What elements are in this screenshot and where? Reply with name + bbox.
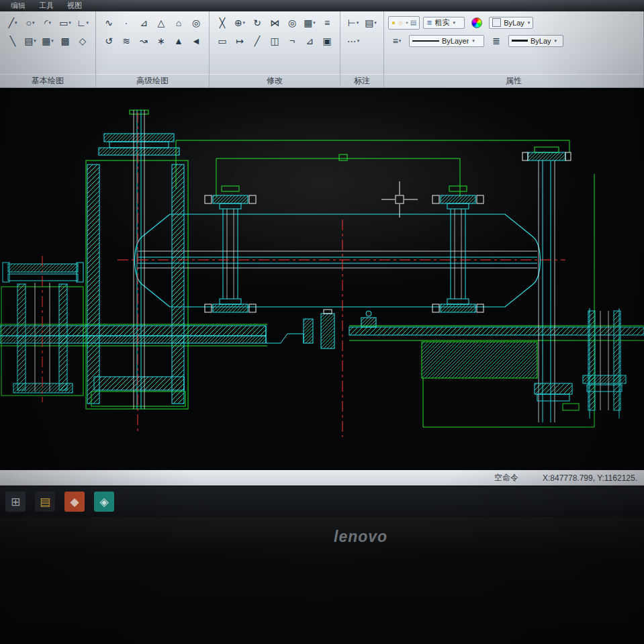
ribbon-panel-rows: ╱▾○▾◜▾▭▾∟▾╲▤▾▦▾▩◇ xyxy=(0,11,95,74)
lineweight-button[interactable]: ≣ xyxy=(489,34,504,48)
properties-rows: ● ☼ ▪ ▤ ≣ 粗实 ▾ ByLay xyxy=(384,11,643,74)
ribbon-tool-button[interactable]: ▤▾ xyxy=(363,15,378,30)
tool-glyph-icon: ⊿ xyxy=(140,18,148,28)
ribbon-panel-properties: ● ☼ ▪ ▤ ≣ 粗实 ▾ ByLay xyxy=(384,11,644,87)
ribbon-tool-button[interactable]: ╳ xyxy=(215,15,230,30)
chevron-down-icon: ▾ xyxy=(357,38,360,44)
ribbon-tool-button[interactable]: ⊢▾ xyxy=(346,15,361,30)
ribbon-tool-row: ↺≋↝∗▲◄ xyxy=(100,32,205,50)
tool-glyph-icon: ▤ xyxy=(24,36,33,46)
ribbon-tool-button[interactable]: △ xyxy=(154,15,169,30)
layer-print-icon[interactable]: ▤ xyxy=(410,19,416,26)
layer-lock-icon[interactable]: ▪ xyxy=(406,19,408,26)
chevron-down-icon: ▾ xyxy=(32,20,35,26)
chevron-down-icon: ▾ xyxy=(34,38,36,44)
menu-item-0[interactable]: 编辑 xyxy=(4,0,32,11)
ribbon-tool-button[interactable]: ◜▾ xyxy=(40,15,55,30)
ribbon-tool-button[interactable]: ≋ xyxy=(119,34,134,48)
menu-item-1[interactable]: 工具 xyxy=(32,0,60,11)
chat-app-icon[interactable]: ◈ xyxy=(94,492,114,512)
ribbon-tool-row: ╳⊕▾↻⋈◎▦▾≡ xyxy=(214,13,336,32)
taskbar-icons: ⊞▤◆◈ xyxy=(5,492,114,512)
tool-glyph-icon: ∙ xyxy=(125,18,128,28)
ribbon-tool-button[interactable]: ⊕▾ xyxy=(232,15,247,30)
ribbon-tool-button[interactable]: ⊿ xyxy=(136,15,151,30)
chevron-down-icon: ▾ xyxy=(313,20,316,26)
ribbon-tool-button[interactable]: ╱ xyxy=(250,34,265,48)
command-prompt-text: 空命令 xyxy=(494,472,518,484)
ribbon-tool-button[interactable]: ▭ xyxy=(215,34,230,48)
ribbon-tool-button[interactable]: ◇ xyxy=(75,34,90,48)
tool-glyph-icon: ↺ xyxy=(105,36,113,46)
ribbon-tool-button[interactable]: ≡ xyxy=(320,15,334,30)
ribbon-tool-button[interactable]: ◎ xyxy=(189,15,203,30)
ribbon-tool-button[interactable]: ⋈ xyxy=(267,15,282,30)
chevron-down-icon: ▾ xyxy=(555,38,557,44)
tool-glyph-icon: ▭ xyxy=(59,18,68,28)
ribbon-tool-button[interactable]: ⊿ xyxy=(302,34,317,48)
ribbon-tool-button[interactable]: ○▾ xyxy=(23,15,38,30)
tool-glyph-icon: ≋ xyxy=(122,36,130,46)
tool-glyph-icon: ▭ xyxy=(218,36,226,46)
tool-glyph-icon: ⌂ xyxy=(176,18,181,28)
tool-glyph-icon: ⊿ xyxy=(306,36,314,46)
layer-dropdown[interactable]: ≣ 粗实 ▾ xyxy=(423,17,465,29)
ribbon-tool-button[interactable]: ▭▾ xyxy=(58,15,73,30)
chevron-down-icon: ▾ xyxy=(243,20,246,26)
ribbon-panel-rows: ∿∙⊿△⌂◎↺≋↝∗▲◄ xyxy=(96,11,209,74)
ribbon-tool-button[interactable]: ◫ xyxy=(267,34,282,48)
color-wheel-icon xyxy=(471,17,482,28)
menu-bar: 编辑工具视图 xyxy=(0,0,644,11)
lineweight-dropdown[interactable]: ByLay ▾ xyxy=(508,35,563,47)
ribbon-tool-button[interactable]: ⌂ xyxy=(171,15,186,30)
ribbon-tool-button[interactable]: ∟▾ xyxy=(75,15,90,30)
ribbon-tool-button[interactable]: ¬ xyxy=(285,34,300,48)
ribbon-tool-button[interactable]: ╲ xyxy=(5,34,20,48)
laptop-bezel: lenovo xyxy=(0,517,644,644)
tool-glyph-icon: ▲ xyxy=(174,36,183,46)
layer-on-bulb-icon[interactable]: ● xyxy=(392,19,396,26)
linetype-button[interactable]: ≡ ▾ xyxy=(389,34,404,48)
ribbon-tool-button[interactable]: ↻ xyxy=(250,15,265,30)
ribbon-tool-button[interactable]: ↺ xyxy=(101,34,116,48)
layer-freeze-sun-icon[interactable]: ☼ xyxy=(398,19,404,26)
ribbon-tool-button[interactable]: ▲ xyxy=(171,34,186,48)
chevron-down-icon: ▾ xyxy=(48,20,51,26)
ribbon-tool-button[interactable]: ◄ xyxy=(189,34,203,48)
cad-app-icon[interactable]: ◆ xyxy=(64,492,85,512)
ribbon-tool-button[interactable]: ▩ xyxy=(58,34,73,48)
ribbon-tool-button[interactable]: ╱▾ xyxy=(5,15,20,30)
tool-glyph-icon: ◄ xyxy=(191,36,201,46)
ribbon-tool-button[interactable]: ↦ xyxy=(232,34,247,48)
current-lineweight-label: ByLay xyxy=(531,37,551,45)
tool-glyph-icon: ▦ xyxy=(304,18,312,28)
ribbon-tool-button[interactable]: ↝ xyxy=(136,34,151,48)
ribbon-panel-label: 修改 xyxy=(210,74,340,87)
tool-glyph-icon: △ xyxy=(158,18,165,28)
ribbon-tool-button[interactable]: ◎ xyxy=(285,15,300,30)
ribbon-tool-button[interactable]: ▦▾ xyxy=(40,34,55,48)
start-button[interactable]: ⊞ xyxy=(5,492,26,512)
ribbon-tool-row: ▭↦╱◫¬⊿▣ xyxy=(214,32,336,50)
tool-glyph-icon: ≡ xyxy=(324,18,330,28)
folder-icon[interactable]: ▤ xyxy=(35,492,55,512)
color-picker-button[interactable] xyxy=(469,15,484,30)
chevron-down-icon: ▾ xyxy=(87,20,89,26)
ribbon-panel-0: ╱▾○▾◜▾▭▾∟▾╲▤▾▦▾▩◇基本绘图 xyxy=(0,11,96,87)
ribbon-tool-button[interactable]: ⋯▾ xyxy=(346,34,361,48)
ribbon-tool-button[interactable]: ∗ xyxy=(154,34,169,48)
menu-item-2[interactable]: 视图 xyxy=(60,0,89,11)
ribbon-tool-button[interactable]: ▣ xyxy=(320,34,334,48)
tool-glyph-icon: ↦ xyxy=(236,36,244,46)
ribbon-tool-button[interactable]: ∙ xyxy=(119,15,134,30)
tool-glyph-icon: ▩ xyxy=(60,36,69,46)
ribbon-tool-button[interactable]: ▦▾ xyxy=(302,15,317,30)
ribbon-tool-row: ∿∙⊿△⌂◎ xyxy=(100,13,205,32)
ribbon-tool-button[interactable]: ∿ xyxy=(101,15,116,30)
linetype-icon: ≡ xyxy=(393,36,398,46)
tool-glyph-icon: ◎ xyxy=(288,18,296,28)
linetype-dropdown[interactable]: ByLayer ▾ xyxy=(409,35,484,47)
color-dropdown[interactable]: ByLay ▾ xyxy=(489,17,533,29)
ribbon-tool-button[interactable]: ▤▾ xyxy=(23,34,38,48)
cad-canvas[interactable] xyxy=(0,88,644,470)
